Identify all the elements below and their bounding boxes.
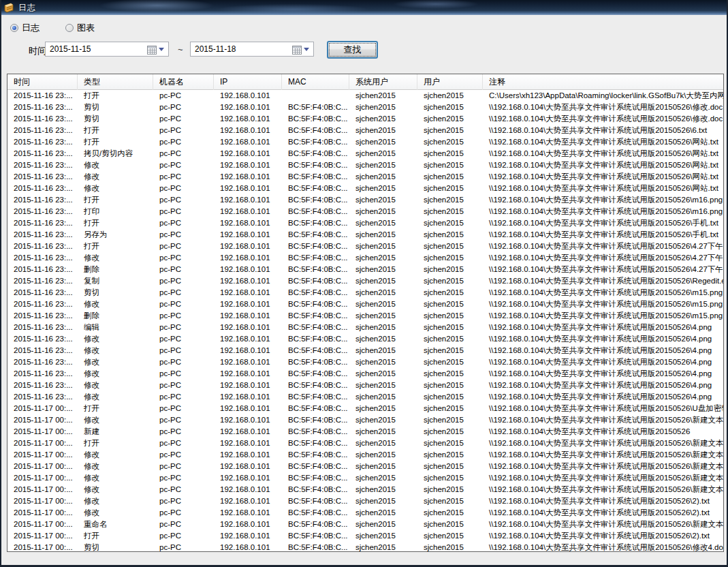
table-row[interactable]: 2015-11-16 23:...编辑pc-PC192.168.0.101BC:… [7, 322, 723, 333]
cell-type: 删除 [78, 310, 153, 322]
cell-type: 重命名 [78, 519, 153, 530]
column-header-comment[interactable]: 注释 [483, 74, 724, 90]
table-row[interactable]: 2015-11-17 00:...剪切pc-PC192.168.0.101BC:… [7, 542, 723, 552]
radio-log[interactable]: 日志 [10, 22, 39, 34]
column-header-time[interactable]: 时间 [7, 74, 78, 90]
radio-chart[interactable]: 图表 [65, 22, 95, 34]
table-row[interactable]: 2015-11-16 23:...打开pc-PC192.168.0.101BC:… [7, 194, 723, 206]
cell-ip: 192.168.0.101 [214, 542, 282, 552]
dropdown-arrow-icon[interactable] [159, 48, 164, 51]
column-header-ip[interactable]: IP [214, 74, 282, 90]
cell-user: sjchen2015 [417, 264, 483, 275]
table-row[interactable]: 2015-11-17 00:...修改pc-PC192.168.0.101BC:… [7, 449, 723, 461]
table-row[interactable]: 2015-11-16 23:...修改pc-PC192.168.0.101BC:… [7, 171, 723, 183]
cell-ip: 192.168.0.101 [214, 380, 282, 391]
cell-comment: \\192.168.0.104\大势至共享文件审计系统试用版20150526\修… [483, 542, 723, 552]
table-row[interactable]: 2015-11-16 23:...打印pc-PC192.168.0.101BC:… [7, 206, 723, 217]
column-header-machine[interactable]: 机器名 [153, 74, 214, 90]
table-row[interactable]: 2015-11-16 23:...另存为pc-PC192.168.0.101BC… [7, 229, 723, 241]
date-to-picker[interactable]: 2015-11-18 [190, 42, 314, 57]
table-row[interactable]: 2015-11-16 23:...修改pc-PC192.168.0.101BC:… [7, 356, 723, 368]
table-row[interactable]: 2015-11-17 00:...打开pc-PC192.168.0.101BC:… [7, 438, 723, 449]
table-row[interactable]: 2015-11-16 23:...打开pc-PC192.168.0.101BC:… [7, 217, 723, 229]
cell-time: 2015-11-16 23:... [7, 356, 78, 368]
cell-sys_user: sjchen2015 [349, 495, 417, 507]
cell-time: 2015-11-17 00:... [7, 472, 78, 484]
search-button[interactable]: 查找 [327, 41, 378, 59]
table-row[interactable]: 2015-11-16 23:...删除pc-PC192.168.0.101BC:… [7, 310, 723, 322]
cell-mac: BC:5F:F4:0B:C... [282, 183, 349, 194]
cell-time: 2015-11-16 23:... [7, 333, 78, 345]
table-row[interactable]: 2015-11-16 23:...修改pc-PC192.168.0.101BC:… [7, 380, 723, 391]
cell-comment: \\192.168.0.104\大势至共享文件审计系统试用版20150526\4… [483, 333, 723, 345]
table-row[interactable]: 2015-11-17 00:...修改pc-PC192.168.0.101BC:… [7, 414, 723, 426]
cell-time: 2015-11-16 23:... [7, 287, 78, 298]
cell-sys_user: sjchen2015 [349, 530, 417, 542]
dropdown-arrow-icon[interactable] [304, 48, 309, 51]
cell-machine: pc-PC [153, 113, 214, 125]
cell-time: 2015-11-16 23:... [7, 229, 78, 241]
table-row[interactable]: 2015-11-16 23:...打开pc-PC192.168.0.101BC:… [7, 136, 723, 148]
date-range-separator: ~ [178, 44, 183, 55]
cell-time: 2015-11-17 00:... [7, 449, 78, 461]
table-row[interactable]: 2015-11-16 23:...修改pc-PC192.168.0.101BC:… [7, 298, 723, 310]
cell-sys_user: sjchen2015 [349, 206, 417, 217]
cell-time: 2015-11-17 00:... [7, 438, 78, 449]
cell-mac: BC:5F:F4:0B:C... [282, 241, 349, 252]
table-row[interactable]: 2015-11-16 23:...打开pc-PC192.168.0.101BC:… [7, 125, 723, 136]
cell-user: sjchen2015 [417, 530, 483, 542]
column-header-sys_user[interactable]: 系统用户 [349, 74, 417, 90]
cell-type: 修改 [78, 333, 153, 345]
table-row[interactable]: 2015-11-16 23:...修改pc-PC192.168.0.101BC:… [7, 345, 723, 356]
cell-mac: BC:5F:F4:0B:C... [282, 310, 349, 322]
cell-mac: BC:5F:F4:0B:C... [282, 438, 349, 449]
cell-comment: \\192.168.0.104\大势至共享文件审计系统试用版20150526\6… [483, 125, 723, 136]
column-header-mac[interactable]: MAC [282, 74, 349, 90]
table-row[interactable]: 2015-11-16 23:...修改pc-PC192.168.0.101BC:… [7, 159, 723, 171]
cell-user: sjchen2015 [417, 438, 483, 449]
titlebar[interactable]: 日志 [0, 0, 728, 15]
table-row[interactable]: 2015-11-16 23:...修改pc-PC192.168.0.101BC:… [7, 333, 723, 345]
table-row[interactable]: 2015-11-17 00:...重命名pc-PC192.168.0.101BC… [7, 519, 723, 530]
cell-type: 修改 [78, 391, 153, 403]
table-row[interactable]: 2015-11-16 23:...修改pc-PC192.168.0.101BC:… [7, 252, 723, 264]
cell-machine: pc-PC [153, 148, 214, 159]
table-row[interactable]: 2015-11-17 00:...修改pc-PC192.168.0.101BC:… [7, 461, 723, 472]
column-header-user[interactable]: 用户 [417, 74, 483, 90]
cell-sys_user: sjchen2015 [349, 380, 417, 391]
table-row[interactable]: 2015-11-17 00:...打开pc-PC192.168.0.101BC:… [7, 403, 723, 414]
table-row[interactable]: 2015-11-17 00:...修改pc-PC192.168.0.101BC:… [7, 507, 723, 519]
table-row[interactable]: 2015-11-16 23:...剪切pc-PC192.168.0.101BC:… [7, 287, 723, 298]
cell-machine: pc-PC [153, 495, 214, 507]
table-row[interactable]: 2015-11-16 23:...修改pc-PC192.168.0.101BC:… [7, 183, 723, 194]
table-row[interactable]: 2015-11-16 23:...修改pc-PC192.168.0.101BC:… [7, 391, 723, 403]
table-row[interactable]: 2015-11-17 00:...修改pc-PC192.168.0.101BC:… [7, 495, 723, 507]
cell-time: 2015-11-16 23:... [7, 194, 78, 206]
table-row[interactable]: 2015-11-17 00:...修改pc-PC192.168.0.101BC:… [7, 484, 723, 495]
table-row[interactable]: 2015-11-16 23:...修改pc-PC192.168.0.101BC:… [7, 368, 723, 380]
cell-machine: pc-PC [153, 217, 214, 229]
window-title: 日志 [18, 2, 36, 14]
table-row[interactable]: 2015-11-16 23:...打开pc-PC192.168.0.101BC:… [7, 241, 723, 252]
table-row[interactable]: 2015-11-16 23:...删除pc-PC192.168.0.101BC:… [7, 264, 723, 275]
date-from-picker[interactable]: 2015-11-15 [45, 42, 169, 57]
table-body[interactable]: 2015-11-16 23:...打开pc-PC192.168.0.101sjc… [7, 90, 723, 552]
table-row[interactable]: 2015-11-16 23:...拷贝/剪切内容pc-PC192.168.0.1… [7, 148, 723, 159]
cell-machine: pc-PC [153, 426, 214, 438]
cell-sys_user: sjchen2015 [349, 414, 417, 426]
column-header-type[interactable]: 类型 [78, 74, 153, 90]
table-row[interactable]: 2015-11-17 00:...修改pc-PC192.168.0.101BC:… [7, 472, 723, 484]
table-row[interactable]: 2015-11-16 23:...剪切pc-PC192.168.0.101BC:… [7, 113, 723, 125]
table-row[interactable]: 2015-11-16 23:...复制pc-PC192.168.0.101BC:… [7, 275, 723, 287]
cell-comment: \\192.168.0.104\大势至共享文件审计系统试用版20150526\U… [483, 403, 723, 414]
cell-type: 修改 [78, 484, 153, 495]
cell-comment: \\192.168.0.104\大势至共享文件审计系统试用版20150526\网… [483, 183, 723, 194]
table-row[interactable]: 2015-11-16 23:...剪切pc-PC192.168.0.101BC:… [7, 102, 723, 113]
cell-ip: 192.168.0.101 [214, 241, 282, 252]
table-row[interactable]: 2015-11-16 23:...打开pc-PC192.168.0.101sjc… [7, 90, 723, 102]
table-row[interactable]: 2015-11-17 00:...打开pc-PC192.168.0.101BC:… [7, 530, 723, 542]
table-row[interactable]: 2015-11-17 00:...新建pc-PC192.168.0.101BC:… [7, 426, 723, 438]
cell-mac: BC:5F:F4:0B:C... [282, 449, 349, 461]
cell-mac: BC:5F:F4:0B:C... [282, 194, 349, 206]
cell-user: sjchen2015 [417, 333, 483, 345]
